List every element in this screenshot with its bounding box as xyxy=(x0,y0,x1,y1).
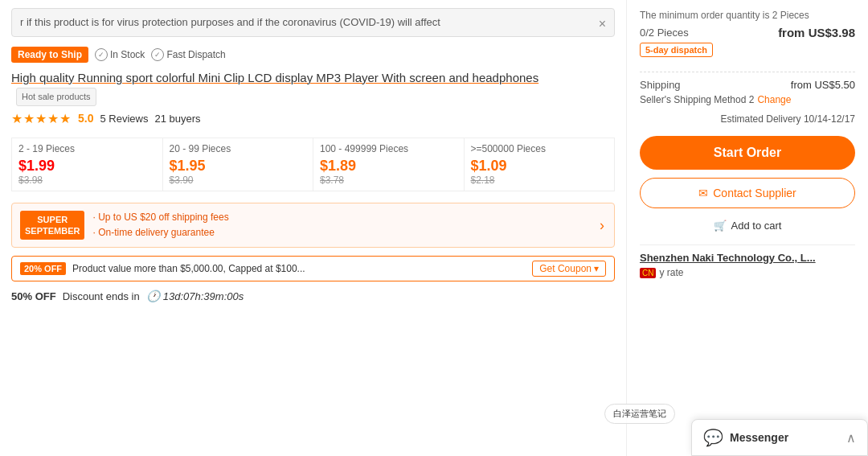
watermark: 白泽运营笔记 xyxy=(604,404,675,424)
supplier-name[interactable]: Shenzhen Naki Technology Co., L... xyxy=(640,252,855,264)
min-order-text: The minimum order quantity is 2 Pieces xyxy=(640,10,855,21)
coupon-text: Product value more than $5,000.00, Cappe… xyxy=(72,263,526,274)
close-icon[interactable]: × xyxy=(599,15,606,33)
supplier-section: Shenzhen Naki Technology Co., L... CN y … xyxy=(640,244,855,278)
shipping-row: Shipping from US$5.50 xyxy=(640,79,855,91)
product-title-text: High quality Running sport colorful Mini… xyxy=(11,71,538,84)
discount-text: Discount ends in xyxy=(63,290,140,302)
quantity-label: 0/2 Pieces xyxy=(640,27,689,39)
rating-reviews[interactable]: 5 Reviews xyxy=(100,113,148,125)
fast-dispatch-badge: Fast Dispatch xyxy=(151,48,225,61)
chevron-right-icon: › xyxy=(600,217,604,234)
shipping-price: from US$5.50 xyxy=(791,79,855,91)
messenger-popup[interactable]: 💬 Messenger ∧ xyxy=(691,419,868,456)
product-title: High quality Running sport colorful Mini… xyxy=(11,69,615,106)
discount-label: 50% OFF xyxy=(11,290,56,302)
rating-score: 5.0 xyxy=(78,112,93,125)
badges-row: Ready to Ship In Stock Fast Dispatch xyxy=(11,47,615,63)
right-panel: The minimum order quantity is 2 Pieces 0… xyxy=(627,0,868,456)
shipping-label: Shipping xyxy=(640,79,681,91)
in-stock-badge: In Stock xyxy=(95,48,145,61)
add-to-cart-button[interactable]: 🛒 Add to cart xyxy=(640,215,855,236)
dispatch-badge: 5-day dispatch xyxy=(640,43,713,57)
cart-icon: 🛒 xyxy=(714,220,727,232)
messenger-label: Messenger xyxy=(730,431,840,444)
super-september-banner[interactable]: SUPERSEPTEMBER · Up to US $20 off shippi… xyxy=(11,203,615,248)
shipping-method-row: Seller's Shipping Method 2 Change xyxy=(640,94,855,105)
quantity-price: from US$3.98 xyxy=(778,26,855,39)
estimated-delivery: Estimated Delivery 10/14-12/17 xyxy=(640,113,855,125)
price-table: 2 - 19 Pieces $1.99 $3.98 20 - 99 Pieces… xyxy=(11,138,615,191)
flag-cn-icon: CN xyxy=(640,268,656,278)
start-order-button[interactable]: Start Order xyxy=(640,136,855,170)
supplier-rate-text: y rate xyxy=(659,267,683,278)
rating-row: ★★★★★ 5.0 5 Reviews 21 buyers xyxy=(11,111,615,126)
change-shipping-link[interactable]: Change xyxy=(757,94,791,105)
hot-sale-badge: Hot sale products xyxy=(16,88,96,106)
coupon-row: 20% OFF Product value more than $5,000.0… xyxy=(11,256,615,281)
discount-timer: 🕐 13d:07h:39m:00s xyxy=(146,290,244,302)
price-range-0: 2 - 19 Pieces $1.99 $3.98 xyxy=(12,138,163,191)
envelope-icon: ✉ xyxy=(698,187,708,199)
discount-row: 50% OFF Discount ends in 🕐 13d:07h:39m:0… xyxy=(11,290,615,302)
supplier-flag-row: CN y rate xyxy=(640,267,683,278)
clock-icon: 🕐 xyxy=(146,290,160,302)
quantity-row: 0/2 Pieces from US$3.98 xyxy=(640,26,855,39)
notice-text: r if this product is for virus protectio… xyxy=(20,16,440,28)
rating-buyers: 21 buyers xyxy=(154,113,200,125)
super-september-label: SUPERSEPTEMBER xyxy=(20,211,84,240)
super-september-text: · Up to US $20 off shipping fees · On-ti… xyxy=(92,210,228,240)
contact-supplier-button[interactable]: ✉ Contact Supplier xyxy=(640,178,855,208)
notice-banner: r if this product is for virus protectio… xyxy=(11,8,615,37)
messenger-icon: 💬 xyxy=(703,428,723,447)
star-icons: ★★★★★ xyxy=(11,111,72,126)
ready-to-ship-badge: Ready to Ship xyxy=(11,47,88,63)
price-range-1: 20 - 99 Pieces $1.95 $3.90 xyxy=(163,138,314,191)
divider-1 xyxy=(640,72,855,72)
get-coupon-button[interactable]: Get Coupon ▾ xyxy=(532,261,606,277)
price-range-2: 100 - 499999 Pieces $1.89 $3.78 xyxy=(313,138,465,191)
coupon-badge: 20% OFF xyxy=(20,262,66,275)
dropdown-icon: ▾ xyxy=(594,263,599,274)
chevron-up-icon[interactable]: ∧ xyxy=(846,430,856,446)
price-range-3: >=500000 Pieces $1.09 $2.18 xyxy=(465,138,616,191)
